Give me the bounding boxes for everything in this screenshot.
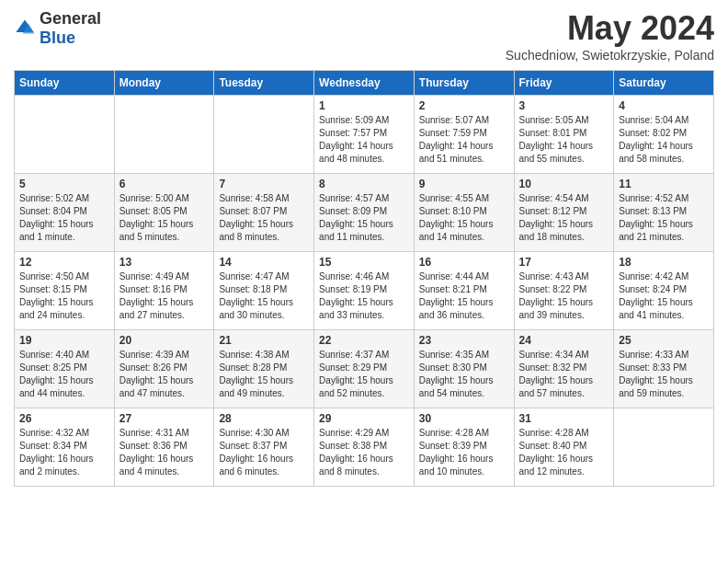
day-cell: 1Sunrise: 5:09 AM Sunset: 7:57 PM Daylig…	[314, 96, 415, 174]
day-info: Sunrise: 4:34 AM Sunset: 8:32 PM Dayligh…	[519, 349, 609, 400]
day-cell: 28Sunrise: 4:30 AM Sunset: 8:37 PM Dayli…	[214, 408, 314, 487]
day-number: 9	[419, 178, 509, 190]
week-row-3: 12Sunrise: 4:50 AM Sunset: 8:15 PM Dayli…	[15, 252, 714, 330]
day-number: 17	[519, 256, 609, 269]
day-info: Sunrise: 4:28 AM Sunset: 8:39 PM Dayligh…	[419, 427, 509, 478]
calendar-table: SundayMondayTuesdayWednesdayThursdayFrid…	[14, 70, 714, 487]
day-cell: 29Sunrise: 4:29 AM Sunset: 8:38 PM Dayli…	[314, 408, 415, 487]
day-cell	[214, 96, 314, 174]
day-cell: 19Sunrise: 4:40 AM Sunset: 8:25 PM Dayli…	[15, 330, 115, 408]
day-number: 13	[119, 256, 210, 269]
day-cell: 12Sunrise: 4:50 AM Sunset: 8:15 PM Dayli…	[15, 252, 115, 330]
day-info: Sunrise: 4:50 AM Sunset: 8:15 PM Dayligh…	[19, 270, 109, 322]
day-info: Sunrise: 4:28 AM Sunset: 8:40 PM Dayligh…	[519, 427, 609, 478]
page-header: General Blue May 2024 Suchedniow, Swieto…	[14, 9, 714, 63]
day-cell: 20Sunrise: 4:39 AM Sunset: 8:26 PM Dayli…	[114, 330, 214, 408]
day-info: Sunrise: 4:33 AM Sunset: 8:33 PM Dayligh…	[619, 349, 709, 400]
day-number: 7	[219, 178, 309, 190]
calendar-header-row: SundayMondayTuesdayWednesdayThursdayFrid…	[15, 71, 714, 96]
day-cell	[614, 408, 714, 487]
day-number: 21	[219, 334, 309, 347]
day-number: 27	[119, 412, 210, 425]
day-cell	[114, 96, 214, 174]
day-info: Sunrise: 4:38 AM Sunset: 8:28 PM Dayligh…	[219, 349, 309, 400]
day-cell: 14Sunrise: 4:47 AM Sunset: 8:18 PM Dayli…	[214, 252, 314, 330]
day-info: Sunrise: 4:40 AM Sunset: 8:25 PM Dayligh…	[19, 349, 109, 400]
day-number: 14	[219, 256, 309, 269]
day-number: 23	[419, 334, 509, 347]
day-cell: 18Sunrise: 4:42 AM Sunset: 8:24 PM Dayli…	[614, 252, 714, 330]
day-number: 15	[319, 256, 409, 269]
week-row-2: 5Sunrise: 5:02 AM Sunset: 8:04 PM Daylig…	[15, 174, 714, 252]
day-cell: 27Sunrise: 4:31 AM Sunset: 8:36 PM Dayli…	[114, 408, 214, 487]
day-cell	[15, 96, 115, 174]
day-cell: 21Sunrise: 4:38 AM Sunset: 8:28 PM Dayli…	[214, 330, 314, 408]
day-info: Sunrise: 4:39 AM Sunset: 8:26 PM Dayligh…	[119, 349, 210, 400]
day-number: 1	[319, 99, 409, 112]
day-cell: 17Sunrise: 4:43 AM Sunset: 8:22 PM Dayli…	[514, 252, 614, 330]
day-info: Sunrise: 4:49 AM Sunset: 8:16 PM Dayligh…	[119, 270, 210, 322]
day-cell: 6Sunrise: 5:00 AM Sunset: 8:05 PM Daylig…	[114, 174, 214, 252]
day-info: Sunrise: 4:32 AM Sunset: 8:34 PM Dayligh…	[19, 427, 109, 478]
logo: General Blue	[14, 9, 101, 48]
day-cell: 23Sunrise: 4:35 AM Sunset: 8:30 PM Dayli…	[414, 330, 514, 408]
day-number: 20	[119, 334, 210, 347]
day-number: 16	[419, 256, 509, 269]
column-header-friday: Friday	[514, 71, 614, 96]
day-info: Sunrise: 4:42 AM Sunset: 8:24 PM Dayligh…	[619, 270, 709, 322]
day-cell: 5Sunrise: 5:02 AM Sunset: 8:04 PM Daylig…	[15, 174, 115, 252]
day-cell: 16Sunrise: 4:44 AM Sunset: 8:21 PM Dayli…	[414, 252, 514, 330]
day-cell: 11Sunrise: 4:52 AM Sunset: 8:13 PM Dayli…	[614, 174, 714, 252]
column-header-wednesday: Wednesday	[314, 71, 415, 96]
day-info: Sunrise: 4:30 AM Sunset: 8:37 PM Dayligh…	[219, 427, 309, 478]
day-info: Sunrise: 4:44 AM Sunset: 8:21 PM Dayligh…	[419, 270, 509, 322]
day-cell: 8Sunrise: 4:57 AM Sunset: 8:09 PM Daylig…	[314, 174, 415, 252]
day-cell: 3Sunrise: 5:05 AM Sunset: 8:01 PM Daylig…	[514, 96, 614, 174]
column-header-tuesday: Tuesday	[214, 71, 314, 96]
day-cell: 24Sunrise: 4:34 AM Sunset: 8:32 PM Dayli…	[514, 330, 614, 408]
day-cell: 25Sunrise: 4:33 AM Sunset: 8:33 PM Dayli…	[614, 330, 714, 408]
day-number: 18	[619, 256, 709, 269]
day-cell: 10Sunrise: 4:54 AM Sunset: 8:12 PM Dayli…	[514, 174, 614, 252]
day-cell: 13Sunrise: 4:49 AM Sunset: 8:16 PM Dayli…	[114, 252, 214, 330]
month-title: May 2024	[506, 9, 714, 48]
day-number: 2	[419, 99, 509, 112]
day-number: 26	[19, 412, 109, 425]
day-info: Sunrise: 4:47 AM Sunset: 8:18 PM Dayligh…	[219, 270, 309, 322]
day-info: Sunrise: 5:05 AM Sunset: 8:01 PM Dayligh…	[519, 114, 609, 166]
title-block: May 2024 Suchedniow, Swietokrzyskie, Pol…	[506, 9, 714, 63]
day-number: 8	[319, 178, 409, 190]
day-info: Sunrise: 5:02 AM Sunset: 8:04 PM Dayligh…	[19, 192, 109, 244]
day-number: 3	[519, 99, 609, 112]
column-header-saturday: Saturday	[614, 71, 714, 96]
day-info: Sunrise: 4:52 AM Sunset: 8:13 PM Dayligh…	[619, 192, 709, 244]
day-info: Sunrise: 4:31 AM Sunset: 8:36 PM Dayligh…	[119, 427, 210, 478]
day-number: 28	[219, 412, 309, 425]
day-info: Sunrise: 4:43 AM Sunset: 8:22 PM Dayligh…	[519, 270, 609, 322]
column-header-thursday: Thursday	[414, 71, 514, 96]
day-number: 4	[619, 99, 709, 112]
week-row-5: 26Sunrise: 4:32 AM Sunset: 8:34 PM Dayli…	[15, 408, 714, 487]
week-row-4: 19Sunrise: 4:40 AM Sunset: 8:25 PM Dayli…	[15, 330, 714, 408]
day-cell: 4Sunrise: 5:04 AM Sunset: 8:02 PM Daylig…	[614, 96, 714, 174]
day-number: 25	[619, 334, 709, 347]
logo-general: General	[40, 9, 101, 28]
day-info: Sunrise: 5:07 AM Sunset: 7:59 PM Dayligh…	[419, 114, 509, 166]
column-header-monday: Monday	[114, 71, 214, 96]
week-row-1: 1Sunrise: 5:09 AM Sunset: 7:57 PM Daylig…	[15, 96, 714, 174]
day-number: 31	[519, 412, 609, 425]
day-cell: 15Sunrise: 4:46 AM Sunset: 8:19 PM Dayli…	[314, 252, 415, 330]
day-number: 6	[119, 178, 210, 190]
day-info: Sunrise: 4:46 AM Sunset: 8:19 PM Dayligh…	[319, 270, 409, 322]
day-cell: 22Sunrise: 4:37 AM Sunset: 8:29 PM Dayli…	[314, 330, 415, 408]
day-number: 11	[619, 178, 709, 190]
logo-text: General Blue	[40, 9, 101, 48]
day-info: Sunrise: 4:37 AM Sunset: 8:29 PM Dayligh…	[319, 349, 409, 400]
calendar-body: 1Sunrise: 5:09 AM Sunset: 7:57 PM Daylig…	[15, 96, 714, 487]
day-info: Sunrise: 4:35 AM Sunset: 8:30 PM Dayligh…	[419, 349, 509, 400]
day-info: Sunrise: 4:29 AM Sunset: 8:38 PM Dayligh…	[319, 427, 409, 478]
day-cell: 26Sunrise: 4:32 AM Sunset: 8:34 PM Dayli…	[15, 408, 115, 487]
logo-blue: Blue	[40, 29, 75, 47]
day-info: Sunrise: 4:54 AM Sunset: 8:12 PM Dayligh…	[519, 192, 609, 244]
column-header-sunday: Sunday	[15, 71, 115, 96]
